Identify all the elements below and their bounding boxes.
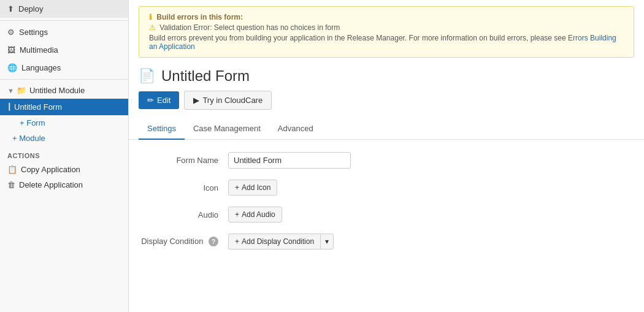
sidebar-item-deploy[interactable]: ⬆ Deploy bbox=[0, 0, 128, 18]
languages-icon: 🌐 bbox=[7, 63, 17, 72]
sidebar-form-active-label: Untitled Form bbox=[14, 102, 62, 112]
trash-icon: 🗑 bbox=[7, 180, 15, 189]
form-name-input[interactable] bbox=[228, 152, 351, 169]
sidebar-item-settings[interactable]: ⚙ Settings bbox=[0, 23, 128, 41]
sidebar-item-multimedia-label: Multimedia bbox=[20, 45, 58, 55]
edit-label: Edit bbox=[157, 96, 171, 105]
tab-case-management[interactable]: Case Management bbox=[185, 118, 269, 140]
tabs-bar: Settings Case Management Advanced bbox=[129, 118, 644, 140]
play-icon: ▶ bbox=[193, 96, 199, 105]
add-display-condition-label: Add Display Condition bbox=[242, 237, 314, 246]
sidebar-module-label: Untitled Module bbox=[29, 86, 85, 95]
add-icon-button[interactable]: + Add Icon bbox=[228, 180, 277, 196]
gear-icon: ⚙ bbox=[7, 28, 15, 37]
alert-icon-2: ⚠ bbox=[149, 23, 156, 32]
display-condition-dropdown-button[interactable]: ▾ bbox=[320, 234, 334, 249]
copy-icon: 📋 bbox=[7, 165, 17, 174]
add-audio-label: Add Audio bbox=[242, 210, 275, 219]
multimedia-icon: 🖼 bbox=[7, 45, 15, 55]
delete-application-label: Delete Application bbox=[19, 180, 83, 189]
try-in-cloudcare-button[interactable]: ▶ Try in CloudCare bbox=[184, 91, 272, 110]
sidebar-item-languages-label: Languages bbox=[21, 63, 61, 72]
add-icon-label: Add Icon bbox=[242, 183, 270, 192]
edit-button[interactable]: ✏ Edit bbox=[139, 91, 179, 109]
alert-description: Build errors prevent you from building y… bbox=[149, 34, 624, 51]
sidebar-add-module-label: + Module bbox=[12, 134, 45, 143]
audio-label: Audio bbox=[139, 210, 218, 219]
display-condition-controls: + Add Display Condition ▾ bbox=[228, 234, 334, 249]
folder-icon: 📁 bbox=[17, 86, 26, 95]
tab-settings-label: Settings bbox=[147, 124, 176, 133]
sidebar-item-module[interactable]: ▼ 📁 Untitled Module bbox=[0, 82, 128, 99]
display-condition-row: Display Condition ? + Add Display Condit… bbox=[139, 234, 634, 249]
page-title-area: 📄 Untitled Form bbox=[129, 58, 644, 91]
sidebar-item-deploy-label: Deploy bbox=[18, 4, 43, 13]
tab-case-management-label: Case Management bbox=[193, 124, 261, 133]
sidebar-delete-application[interactable]: 🗑 Delete Application bbox=[0, 177, 128, 192]
alert-title: ℹ Build errors in this form: bbox=[149, 13, 624, 21]
main-content: ℹ Build errors in this form: ⚠ Validatio… bbox=[129, 0, 644, 312]
page-title: Untitled Form bbox=[161, 67, 250, 85]
alert-desc-before: Build errors prevent you from building y… bbox=[149, 34, 568, 42]
form-indent-icon: ┃ bbox=[7, 103, 12, 111]
alert-message: ⚠ Validation Error: Select question has … bbox=[149, 23, 624, 32]
page-title-icon: 📄 bbox=[139, 68, 155, 84]
form-name-label: Form Name bbox=[139, 156, 218, 165]
sidebar-item-languages[interactable]: 🌐 Languages bbox=[0, 59, 128, 77]
icon-label: Icon bbox=[139, 183, 218, 192]
try-label: Try in CloudCare bbox=[202, 96, 263, 105]
edit-pencil-icon: ✏ bbox=[147, 96, 154, 105]
alert-validation-message: Validation Error: Select question has no… bbox=[159, 23, 340, 32]
form-name-row: Form Name bbox=[139, 152, 634, 169]
sidebar-item-multimedia[interactable]: 🖼 Multimedia bbox=[0, 41, 128, 59]
alert-icon: ℹ bbox=[149, 13, 152, 21]
sidebar-copy-application[interactable]: 📋 Copy Application bbox=[0, 162, 128, 177]
display-condition-label: Display Condition ? bbox=[139, 237, 218, 247]
copy-application-label: Copy Application bbox=[21, 165, 80, 174]
tab-advanced-label: Advanced bbox=[278, 124, 313, 133]
sidebar-item-form-active[interactable]: ┃ Untitled Form bbox=[0, 99, 128, 115]
audio-row: Audio + Add Audio bbox=[139, 207, 634, 223]
actions-section-label: ACTIONS bbox=[0, 146, 128, 162]
toolbar: ✏ Edit ▶ Try in CloudCare bbox=[129, 91, 644, 118]
sidebar-add-form-label: + Form bbox=[20, 118, 45, 127]
deploy-icon: ⬆ bbox=[7, 4, 14, 13]
icon-row: Icon + Add Icon bbox=[139, 180, 634, 196]
alert-banner: ℹ Build errors in this form: ⚠ Validatio… bbox=[139, 6, 634, 58]
add-audio-button[interactable]: + Add Audio bbox=[228, 207, 282, 223]
sidebar-divider-1 bbox=[0, 20, 128, 21]
sidebar: ⬆ Deploy ⚙ Settings 🖼 Multimedia 🌐 Langu… bbox=[0, 0, 129, 312]
chevron-down-icon: ▾ bbox=[325, 237, 329, 246]
sidebar-divider-2 bbox=[0, 79, 128, 80]
sidebar-add-module[interactable]: + Module bbox=[0, 131, 128, 146]
plus-icon-btn: + bbox=[235, 183, 239, 192]
form-fields: Form Name Icon + Add Icon Audio + Add Au… bbox=[129, 140, 644, 273]
sidebar-item-settings-label: Settings bbox=[19, 28, 48, 37]
sidebar-add-form[interactable]: + Form bbox=[0, 115, 128, 131]
display-condition-help-icon[interactable]: ? bbox=[209, 237, 218, 246]
add-display-condition-button[interactable]: + Add Display Condition bbox=[228, 234, 320, 249]
plus-display-btn: + bbox=[235, 237, 239, 246]
module-toggle-icon: ▼ bbox=[7, 87, 14, 94]
tab-advanced[interactable]: Advanced bbox=[269, 118, 322, 140]
tab-settings[interactable]: Settings bbox=[139, 118, 185, 140]
plus-audio-btn: + bbox=[235, 210, 239, 219]
